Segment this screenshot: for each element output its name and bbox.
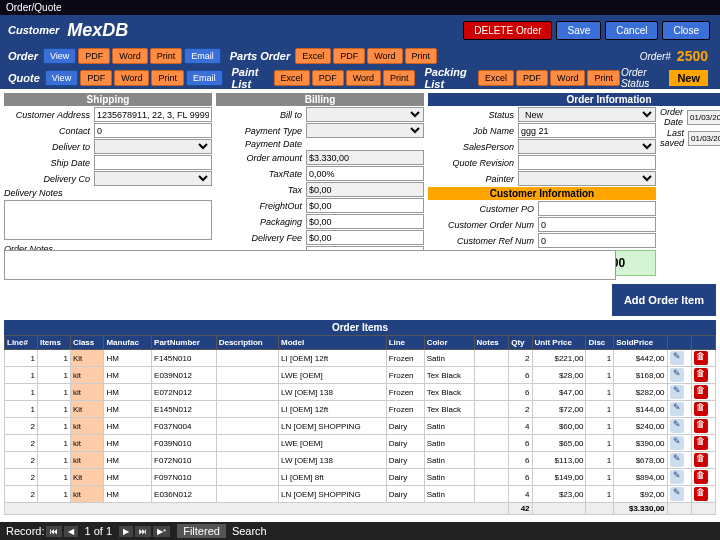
edit-icon[interactable]: ✎ bbox=[670, 368, 684, 382]
delete-icon[interactable]: 🗑 bbox=[694, 419, 708, 433]
parts-excel-button[interactable]: Excel bbox=[295, 48, 331, 64]
table-row[interactable]: 21kitHMF072N010LW [OEM] 138DairySatin6$1… bbox=[5, 452, 716, 469]
order-email-button[interactable]: Email bbox=[184, 48, 221, 64]
paint-pdf-button[interactable]: PDF bbox=[312, 70, 344, 86]
po-input[interactable] bbox=[538, 201, 656, 216]
window-title: Order/Quote bbox=[0, 0, 720, 15]
parts-print-button[interactable]: Print bbox=[405, 48, 438, 64]
pkg-label: Packaging bbox=[216, 217, 306, 227]
col-gline[interactable]: Line bbox=[386, 336, 424, 350]
nav-last-button[interactable]: ⏭ bbox=[135, 526, 151, 537]
contact-input[interactable] bbox=[94, 123, 212, 138]
col-color[interactable]: Color bbox=[424, 336, 474, 350]
parts-pdf-button[interactable]: PDF bbox=[333, 48, 365, 64]
pkg-input[interactable] bbox=[306, 214, 424, 229]
delete-icon[interactable]: 🗑 bbox=[694, 351, 708, 365]
delete-icon[interactable]: 🗑 bbox=[694, 368, 708, 382]
table-row[interactable]: 21kitHMF039N010LWE [OEM]DairySatin6$65,0… bbox=[5, 435, 716, 452]
edit-icon[interactable]: ✎ bbox=[670, 385, 684, 399]
close-button[interactable]: Close bbox=[662, 21, 710, 40]
table-row[interactable]: 21KitHMF097N010LI [OEM] 8ftDairySatin6$1… bbox=[5, 469, 716, 486]
col-disc[interactable]: Disc bbox=[586, 336, 614, 350]
table-row[interactable]: 21kitHME036N012LN [OEM] SHOPPINGDairySat… bbox=[5, 486, 716, 503]
sales-select[interactable] bbox=[518, 139, 656, 154]
quote-pdf-button[interactable]: PDF bbox=[80, 70, 112, 86]
table-row[interactable]: 11KitHMF145N010LI [OEM] 12ftFrozenSatin2… bbox=[5, 350, 716, 367]
edit-icon[interactable]: ✎ bbox=[670, 487, 684, 501]
col-qty[interactable]: Qty bbox=[509, 336, 532, 350]
qrev-input[interactable] bbox=[518, 155, 656, 170]
table-row[interactable]: 11KitHME145N012LI [OEM] 12ftFrozenTex Bl… bbox=[5, 401, 716, 418]
delete-icon[interactable]: 🗑 bbox=[694, 453, 708, 467]
bill-to-select[interactable] bbox=[306, 107, 424, 122]
edit-icon[interactable]: ✎ bbox=[670, 402, 684, 416]
po-label: Customer PO bbox=[428, 204, 538, 214]
address-input[interactable] bbox=[94, 107, 212, 122]
col-manuf[interactable]: Manufac bbox=[104, 336, 152, 350]
save-button[interactable]: Save bbox=[556, 21, 601, 40]
packing-pdf-button[interactable]: PDF bbox=[516, 70, 548, 86]
order-notes-input[interactable] bbox=[4, 250, 616, 280]
ship-date-input[interactable] bbox=[94, 155, 212, 170]
order-word-button[interactable]: Word bbox=[112, 48, 147, 64]
quote-print-button[interactable]: Print bbox=[151, 70, 184, 86]
delfee-input[interactable] bbox=[306, 230, 424, 245]
delete-icon[interactable]: 🗑 bbox=[694, 436, 708, 450]
order-view-button[interactable]: View bbox=[43, 48, 76, 64]
packing-label: Packing List bbox=[424, 66, 473, 90]
jobname-input[interactable] bbox=[518, 123, 656, 138]
nav-prev-button[interactable]: ◀ bbox=[64, 526, 78, 537]
order-print-button[interactable]: Print bbox=[150, 48, 183, 64]
table-row[interactable]: 21kitHMF037N004LN [OEM] SHOPPINGDairySat… bbox=[5, 418, 716, 435]
deliver-to-select[interactable] bbox=[94, 139, 212, 154]
table-row[interactable]: 11kitHME039N012LWE [OEM]FrozenTex Black6… bbox=[5, 367, 716, 384]
nav-next-button[interactable]: ▶ bbox=[119, 526, 133, 537]
delete-icon[interactable]: 🗑 bbox=[694, 487, 708, 501]
add-order-item-button[interactable]: Add Order Item bbox=[612, 284, 716, 316]
edit-icon[interactable]: ✎ bbox=[670, 419, 684, 433]
col-notes[interactable]: Notes bbox=[474, 336, 509, 350]
delivery-notes-input[interactable] bbox=[4, 200, 212, 240]
onum-input[interactable] bbox=[538, 217, 656, 232]
delete-icon[interactable]: 🗑 bbox=[694, 385, 708, 399]
cancel-button[interactable]: Cancel bbox=[605, 21, 658, 40]
col-desc[interactable]: Description bbox=[216, 336, 278, 350]
ref-input[interactable] bbox=[538, 233, 656, 248]
col-line[interactable]: Line# bbox=[5, 336, 38, 350]
parts-word-button[interactable]: Word bbox=[367, 48, 402, 64]
packing-word-button[interactable]: Word bbox=[550, 70, 585, 86]
table-row[interactable]: 11kitHME072N012LW [OEM] 138FrozenTex Bla… bbox=[5, 384, 716, 401]
delete-order-button[interactable]: DELETE Order bbox=[463, 21, 552, 40]
nav-first-button[interactable]: ⏮ bbox=[46, 526, 62, 537]
pay-type-select[interactable] bbox=[306, 123, 424, 138]
edit-icon[interactable]: ✎ bbox=[670, 470, 684, 484]
col-class[interactable]: Class bbox=[70, 336, 104, 350]
status-select[interactable]: New bbox=[518, 107, 656, 122]
edit-icon[interactable]: ✎ bbox=[670, 436, 684, 450]
col-model[interactable]: Model bbox=[279, 336, 387, 350]
order-pdf-button[interactable]: PDF bbox=[78, 48, 110, 64]
col-items[interactable]: Items bbox=[37, 336, 70, 350]
paint-word-button[interactable]: Word bbox=[346, 70, 381, 86]
col-part[interactable]: PartNumber bbox=[152, 336, 217, 350]
packing-excel-button[interactable]: Excel bbox=[478, 70, 514, 86]
paint-print-button[interactable]: Print bbox=[383, 70, 416, 86]
taxrate-input[interactable] bbox=[306, 166, 424, 181]
odate-label: Order Date bbox=[660, 107, 687, 127]
painter-select[interactable] bbox=[518, 171, 656, 186]
edit-icon[interactable]: ✎ bbox=[670, 453, 684, 467]
col-price[interactable]: Unit Price bbox=[532, 336, 586, 350]
quote-email-button[interactable]: Email bbox=[186, 70, 223, 86]
freight-input[interactable] bbox=[306, 198, 424, 213]
filtered-button[interactable]: Filtered bbox=[177, 524, 226, 538]
nav-new-button[interactable]: ▶* bbox=[153, 526, 170, 537]
edit-icon[interactable]: ✎ bbox=[670, 351, 684, 365]
delivery-co-select[interactable] bbox=[94, 171, 212, 186]
col-sold[interactable]: SoldPrice bbox=[614, 336, 667, 350]
quote-word-button[interactable]: Word bbox=[114, 70, 149, 86]
delete-icon[interactable]: 🗑 bbox=[694, 470, 708, 484]
delete-icon[interactable]: 🗑 bbox=[694, 402, 708, 416]
packing-print-button[interactable]: Print bbox=[587, 70, 620, 86]
paint-excel-button[interactable]: Excel bbox=[274, 70, 310, 86]
quote-view-button[interactable]: View bbox=[45, 70, 78, 86]
